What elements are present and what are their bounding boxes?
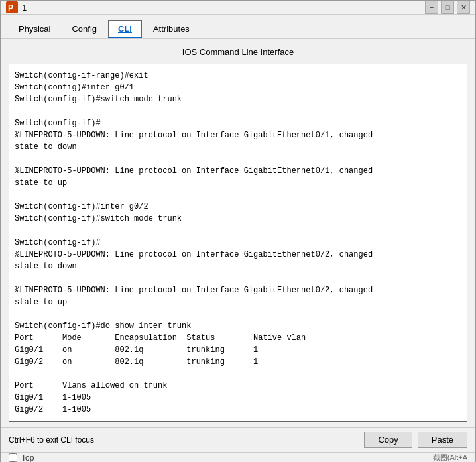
tab-config[interactable]: Config — [62, 20, 107, 38]
window-title: 1 — [22, 3, 27, 13]
tab-attributes[interactable]: Attributes — [143, 20, 200, 38]
title-bar-left: P 1 — [6, 1, 27, 13]
cli-output: Switch(config-if-range)#exit Switch(conf… — [15, 70, 461, 416]
status-right-text: 截图(Alt+A — [433, 453, 467, 462]
paste-button[interactable]: Paste — [418, 432, 467, 448]
tab-bar: Physical Config CLI Attributes — [1, 15, 475, 39]
window-controls: − □ ✕ — [425, 1, 470, 14]
tab-cli[interactable]: CLI — [108, 20, 142, 38]
copy-button[interactable]: Copy — [364, 432, 412, 448]
title-bar: P 1 − □ ✕ — [1, 1, 475, 15]
svg-text:P: P — [8, 3, 13, 13]
top-label: Top — [21, 453, 34, 463]
bottom-bar: Ctrl+F6 to exit CLI focus Copy Paste — [1, 427, 475, 452]
tab-physical[interactable]: Physical — [9, 20, 60, 38]
cli-hint: Ctrl+F6 to exit CLI focus — [9, 435, 94, 445]
status-left: Top — [9, 453, 34, 463]
cli-terminal[interactable]: Switch(config-if-range)#exit Switch(conf… — [9, 64, 467, 422]
close-button[interactable]: ✕ — [457, 1, 470, 14]
maximize-button[interactable]: □ — [441, 1, 454, 14]
minimize-button[interactable]: − — [425, 1, 438, 14]
top-checkbox[interactable] — [9, 453, 17, 462]
main-window: P 1 − □ ✕ Physical Config CLI Attributes… — [0, 0, 476, 462]
action-buttons: Copy Paste — [364, 432, 467, 448]
content-area: IOS Command Line Interface Switch(config… — [1, 39, 475, 427]
status-bar: Top 截图(Alt+A — [1, 452, 475, 462]
app-icon: P — [6, 1, 18, 13]
cli-section-title: IOS Command Line Interface — [9, 44, 467, 60]
